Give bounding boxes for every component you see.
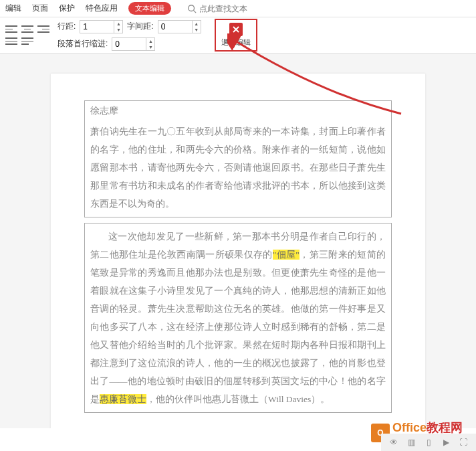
document-page[interactable]: 徐志摩 萧伯讷先生在一九〇五年收到从邮局寄来的一本诗集，封面上印著作者的名字，他…: [51, 74, 425, 428]
watermark-brand: Office: [392, 421, 427, 434]
text-block-2[interactable]: 这一次他却发见了一些新鲜，第一那本书分明是作者自己印行的，第二他那住址是伦敦西南…: [84, 223, 392, 413]
align-justify-button[interactable]: [5, 37, 17, 46]
layout-icon[interactable]: ▥: [405, 436, 417, 448]
svg-point-0: [189, 5, 195, 11]
search-area: [187, 4, 266, 13]
indent-spinner[interactable]: ▲▼: [112, 37, 155, 51]
spinner-down-icon[interactable]: ▼: [193, 27, 201, 33]
spacing-group: 行距: ▲▼ 字间距: ▲▼ 段落首行缩进: ▲▼: [57, 20, 201, 51]
menu-edit[interactable]: 编辑: [5, 3, 21, 14]
align-right-button[interactable]: [37, 25, 49, 34]
menu-page[interactable]: 页面: [32, 3, 48, 14]
menu-special[interactable]: 特色应用: [86, 3, 118, 14]
single-page-icon[interactable]: ▯: [423, 436, 435, 448]
spinner-up-icon[interactable]: ▲: [146, 38, 154, 44]
search-icon[interactable]: [187, 4, 197, 13]
exit-edit-button[interactable]: [229, 23, 243, 36]
text-block-1[interactable]: 徐志摩 萧伯讷先生在一九〇五年收到从邮局寄来的一本诗集，封面上印著作者的名字，他…: [84, 100, 392, 217]
exit-edit-group: 退出编辑: [215, 19, 257, 52]
status-bar: 👁 ▥ ▯ ▶ ⛶: [381, 434, 476, 451]
exit-edit-label: 退出编辑: [221, 37, 251, 48]
spinner-down-icon[interactable]: ▼: [114, 27, 122, 33]
line-spacing-input[interactable]: [80, 22, 114, 31]
highlight-1: "佃屋": [273, 250, 300, 260]
char-spacing-input[interactable]: [158, 22, 192, 31]
search-input[interactable]: [199, 4, 266, 13]
close-icon: [232, 25, 240, 33]
spinner-down-icon[interactable]: ▼: [146, 44, 154, 50]
svg-line-1: [194, 10, 197, 13]
document-title[interactable]: 徐志摩: [90, 105, 386, 117]
view-icon[interactable]: 👁: [388, 436, 400, 448]
formatting-toolbar: 行距: ▲▼ 字间距: ▲▼ 段落首行缩进: ▲▼ 退出编辑: [0, 17, 476, 54]
align-left-button[interactable]: [5, 25, 17, 34]
char-spacing-spinner[interactable]: ▲▼: [158, 20, 201, 33]
fullscreen-icon[interactable]: ⛶: [457, 436, 469, 448]
line-spacing-label: 行距:: [57, 21, 76, 32]
document-canvas: 徐志摩 萧伯讷先生在一九〇五年收到从邮局寄来的一本诗集，封面上印著作者的名字，他…: [0, 54, 476, 428]
play-icon[interactable]: ▶: [440, 436, 452, 448]
spinner-up-icon[interactable]: ▲: [114, 21, 122, 27]
align-distribute-button[interactable]: [21, 37, 33, 46]
top-menu-bar: 编辑 页面 保护 特色应用 文本编辑: [0, 0, 476, 17]
menu-protect[interactable]: 保护: [59, 3, 75, 14]
spinner-up-icon[interactable]: ▲: [193, 21, 201, 27]
indent-input[interactable]: [112, 39, 146, 49]
text-edit-mode-badge[interactable]: 文本编辑: [128, 2, 171, 15]
paragraph-1[interactable]: 萧伯讷先生在一九〇五年收到从邮局寄来的一本诗集，封面上印著作者的名字，他的住址，…: [90, 122, 386, 213]
align-center-button[interactable]: [21, 25, 33, 34]
watermark-suffix: 教程网: [427, 421, 463, 434]
char-spacing-label: 字间距:: [127, 21, 153, 32]
highlight-2: 惠廉苔微士: [100, 394, 146, 404]
alignment-group: [5, 25, 49, 46]
line-spacing-spinner[interactable]: ▲▼: [80, 20, 123, 33]
paragraph-2[interactable]: 这一次他却发见了一些新鲜，第一那本书分明是作者自己印行的，第二他那住址是伦敦西南…: [90, 228, 386, 408]
indent-label: 段落首行缩进:: [57, 38, 108, 50]
